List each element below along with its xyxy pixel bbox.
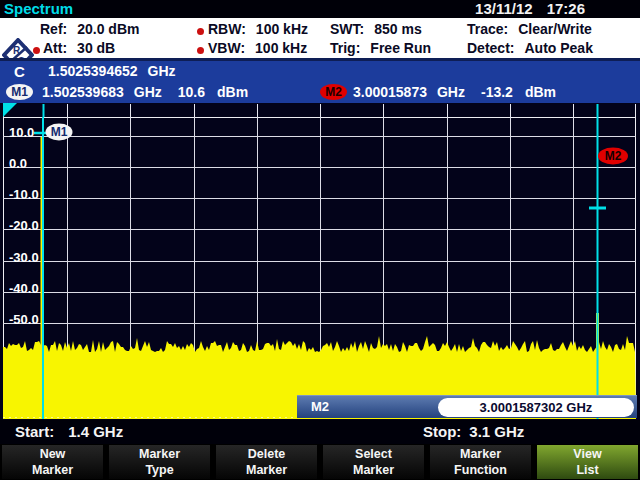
trig-label: Trig: (330, 40, 360, 56)
trace-display: M1 M2 10.0 0.0 -10.0 -20.0 -30.0 -40.0 -… (0, 103, 640, 420)
y-axis-label: 10.0 (9, 125, 53, 141)
swt-label: SWT: (330, 21, 364, 37)
marker2-readout: 3.00015873GHz-13.2dBm (353, 84, 556, 100)
swt-value: 850 ms (374, 21, 421, 37)
marker1-freq: 1.502539683 (42, 84, 124, 100)
att-setting: Att:30 dB (43, 40, 115, 58)
marker2-freq-unit: GHz (437, 84, 465, 100)
softkey-select-marker[interactable]: SelectMarker (323, 445, 424, 479)
center-freq-unit: GHz (148, 63, 176, 79)
title-bar: Spectrum 13/11/1217:26 (0, 0, 640, 18)
trace-svg: M1 M2 (0, 103, 640, 420)
marker2-freq: 3.00015873 (353, 84, 427, 100)
svg-text:R: R (13, 45, 21, 56)
softkey-view-list[interactable]: ViewList (537, 445, 638, 479)
vbw-coupling-dot-icon (197, 47, 204, 54)
marker1-level-unit: dBm (217, 84, 248, 100)
start-frequency: Start:1.4 GHz (15, 423, 123, 440)
trace-setting: Trace:Clear/Write (467, 21, 592, 39)
marker1-badge: M1 (6, 84, 33, 100)
settings-panel: R S Ref:20.0 dBm RBW:100 kHz SWT:850 ms … (0, 18, 640, 58)
marker1-readout: 1.502539683GHz10.6dBm (42, 84, 248, 100)
att-coupling-dot-icon (33, 47, 40, 54)
trace-value: Clear/Write (518, 21, 592, 37)
detect-value: Auto Peak (524, 40, 592, 56)
marker2-graph-label: M2 (605, 149, 622, 163)
att-label: Att: (43, 40, 67, 56)
rbw-label: RBW: (208, 21, 246, 37)
marker-entry-box: M2 3.0001587302 GHz (297, 395, 637, 418)
center-freq-row: C 1.5025394652GHz (0, 61, 640, 82)
trig-value: Free Run (370, 40, 431, 56)
date-label: 13/11/12 (475, 0, 533, 17)
marker1-graph-label: M1 (51, 125, 68, 139)
softkey-bar: NewMarker MarkerType DeleteMarker Select… (0, 444, 640, 480)
ref-value: 20.0 dBm (77, 21, 139, 37)
marker-readout-row: M1 1.502539683GHz10.6dBm M2 3.00015873GH… (0, 82, 640, 103)
ref-label: Ref: (40, 21, 67, 37)
softkey-marker-type[interactable]: MarkerType (109, 445, 210, 479)
marker-entry-label: M2 (311, 399, 329, 414)
ref-setting: Ref:20.0 dBm (40, 21, 139, 39)
trig-setting: Trig:Free Run (330, 40, 431, 58)
stop-frequency: Stop:3.1 GHz (423, 423, 524, 440)
y-axis-label: 0.0 (9, 156, 53, 172)
softkey-delete-marker[interactable]: DeleteMarker (216, 445, 317, 479)
trace-label: Trace: (467, 21, 508, 37)
detect-label: Detect: (467, 40, 514, 56)
vbw-label: VBW: (208, 40, 245, 56)
mode-title: Spectrum (4, 0, 73, 17)
marker1-freq-unit: GHz (134, 84, 162, 100)
datetime: 13/11/1217:26 (461, 0, 585, 17)
time-label: 17:26 (547, 0, 585, 17)
detect-setting: Detect:Auto Peak (467, 40, 593, 58)
vbw-setting: VBW:100 kHz (208, 40, 307, 58)
marker2-level: -13.2 (481, 84, 513, 100)
y-axis-label: -50.0 (9, 312, 53, 328)
start-label: Start: (15, 423, 54, 440)
spectrum-analyzer-screen: Spectrum 13/11/1217:26 R S Ref:20.0 dBm … (0, 0, 640, 480)
y-axis-label: -10.0 (9, 187, 53, 203)
start-value: 1.4 GHz (68, 423, 123, 440)
stop-label: Stop: (423, 423, 461, 440)
softkey-new-marker[interactable]: NewMarker (2, 445, 103, 479)
att-value: 30 dB (77, 40, 115, 56)
rbw-coupling-dot-icon (197, 28, 204, 35)
y-axis-label: -40.0 (9, 281, 53, 297)
stop-value: 3.1 GHz (469, 423, 524, 440)
y-axis-label: -30.0 (9, 250, 53, 266)
vbw-value: 100 kHz (255, 40, 307, 56)
softkey-marker-function[interactable]: MarkerFunction (430, 445, 531, 479)
marker-frequency-input[interactable]: 3.0001587302 GHz (438, 398, 634, 417)
marker2-badge: M2 (320, 84, 347, 100)
marker2-level-unit: dBm (525, 84, 556, 100)
y-axis-label: -20.0 (9, 218, 53, 234)
center-freq-value: 1.5025394652GHz (48, 63, 176, 79)
rbw-value: 100 kHz (256, 21, 308, 37)
rbw-setting: RBW:100 kHz (208, 21, 308, 39)
status-bar: Start:1.4 GHz Stop:3.1 GHz (0, 420, 640, 444)
center-freq-label: C (14, 63, 25, 80)
marker1-level: 10.6 (178, 84, 205, 100)
center-freq-number: 1.5025394652 (48, 63, 138, 79)
swt-setting: SWT:850 ms (330, 21, 422, 39)
